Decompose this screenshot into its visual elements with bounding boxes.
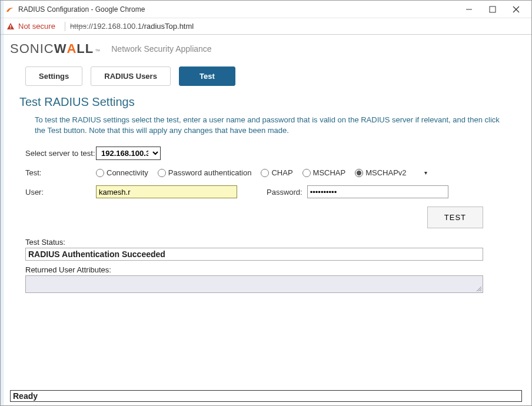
svg-line-8 (480, 290, 481, 291)
test-form: Select server to test: 192.168.100.3 Tes… (25, 147, 524, 198)
user-label: User: (25, 188, 96, 197)
radio-connectivity-input[interactable] (96, 169, 104, 177)
radio-mschapv2[interactable]: MSCHAPv2 (355, 168, 406, 177)
password-input[interactable] (307, 185, 448, 198)
tagline: Network Security Appliance (111, 44, 211, 54)
radio-mschapv2-label: MSCHAPv2 (365, 168, 406, 177)
tab-test[interactable]: Test (179, 66, 235, 86)
logo-text-c: A (66, 41, 77, 56)
radio-password-auth-input[interactable] (158, 169, 166, 177)
svg-rect-4 (10, 25, 11, 27)
server-select[interactable]: 192.168.100.3 (96, 147, 161, 160)
url-display[interactable]: https://192.168.100.1/radiusTop.html (70, 22, 194, 31)
radio-chap-label: CHAP (271, 168, 292, 177)
row-test-type: Test: Connectivity Password authenticati… (25, 168, 524, 177)
address-divider (65, 22, 65, 31)
warning-icon (6, 22, 15, 31)
page-title: Test RADIUS Settings (19, 95, 524, 109)
returned-attributes-label: Returned User Attributes: (25, 265, 483, 274)
status-block: Test Status: RADIUS Authentication Succe… (25, 238, 483, 293)
radio-mschap-input[interactable] (302, 169, 311, 177)
tab-settings[interactable]: Settings (25, 66, 82, 86)
radio-connectivity-label: Connectivity (107, 168, 148, 177)
user-input[interactable] (96, 185, 237, 198)
radio-mschap[interactable]: MSCHAP (302, 168, 346, 177)
test-button[interactable]: TEST (427, 207, 483, 228)
radio-password-auth-label: Password authentication (168, 168, 252, 177)
page-content: Settings RADIUS Users Test Test RADIUS S… (4, 63, 528, 389)
title-bar: RADIUS Configuration - Google Chrome (1, 1, 531, 18)
not-secure-label[interactable]: Not secure (18, 22, 55, 31)
app-icon (5, 5, 15, 14)
minimize-icon (466, 6, 473, 13)
radio-connectivity[interactable]: Connectivity (96, 168, 148, 177)
server-label: Select server to test: (25, 149, 96, 158)
url-path: /radiusTop.html (142, 22, 194, 31)
instructions-text: To test the RADIUS settings select the t… (35, 115, 507, 136)
url-host: ://192.168.100.1 (87, 22, 142, 31)
test-status-value: RADIUS Authentication Succeeded (25, 248, 483, 261)
radio-mschapv2-input[interactable] (355, 169, 363, 177)
maximize-button[interactable] (481, 1, 504, 18)
page-header: SONICWALL™ Network Security Appliance (1, 35, 531, 63)
radio-group: Connectivity Password authentication CHA… (96, 168, 427, 177)
test-status-label: Test Status: (25, 238, 483, 247)
svg-rect-5 (10, 28, 11, 28)
close-button[interactable] (504, 1, 528, 18)
resize-handle-icon[interactable] (475, 285, 482, 292)
footer-ready: Ready (10, 391, 522, 402)
window-title: RADIUS Configuration - Google Chrome (18, 5, 145, 14)
close-icon (513, 6, 520, 13)
radio-password-auth[interactable]: Password authentication (158, 168, 252, 177)
url-scheme: https (70, 22, 87, 31)
logo-text-a: SONIC (10, 41, 54, 56)
tab-radius-users[interactable]: RADIUS Users (91, 66, 171, 86)
radio-chap[interactable]: CHAP (261, 168, 292, 177)
maximize-icon (489, 6, 496, 13)
tab-bar: Settings RADIUS Users Test (25, 66, 524, 86)
test-button-wrap: TEST (8, 207, 483, 228)
radio-mschap-label: MSCHAP (313, 168, 346, 177)
logo-text-d: LL (77, 41, 94, 56)
caret-icon: ▾ (424, 169, 427, 176)
returned-attributes-box[interactable] (25, 275, 483, 293)
test-label: Test: (25, 168, 96, 177)
browser-window: RADIUS Configuration - Google Chrome Not… (0, 0, 532, 406)
row-credentials: User: Password: (25, 185, 524, 198)
row-server: Select server to test: 192.168.100.3 (25, 147, 524, 160)
minimize-button[interactable] (457, 1, 481, 18)
radio-chap-input[interactable] (261, 169, 269, 177)
password-label: Password: (267, 188, 302, 197)
logo-tm: ™ (95, 48, 101, 54)
sonicwall-logo: SONICWALL™ (10, 41, 101, 56)
password-group: Password: (237, 185, 448, 198)
svg-rect-1 (490, 6, 496, 12)
footer-status-bar: Ready (10, 390, 522, 402)
address-bar: Not secure https://192.168.100.1/radiusT… (1, 18, 531, 35)
logo-text-b: W (54, 41, 67, 56)
